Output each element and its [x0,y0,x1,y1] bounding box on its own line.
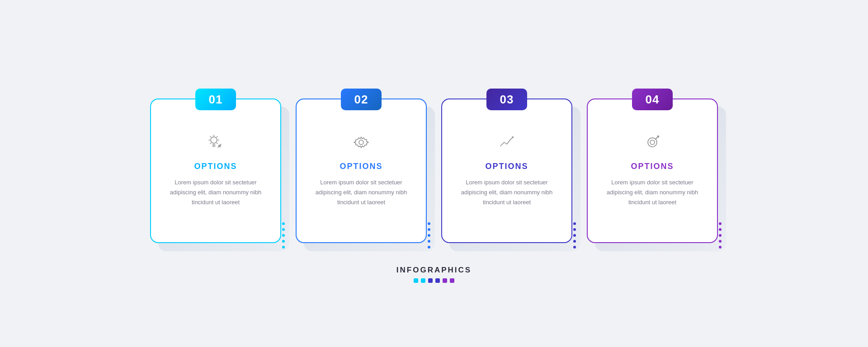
svg-line-5 [210,136,211,137]
card-4-dots [719,222,722,249]
lightbulb-icon [204,131,227,154]
card-1-number: 01 [209,93,223,107]
svg-line-8 [210,143,211,144]
svg-point-0 [211,137,217,143]
card-3-text: Lorem ipsum dolor sit sectetuer adipisci… [455,178,559,207]
footer-dot-3 [428,278,433,283]
svg-point-17 [650,140,655,145]
card-2-wrapper: 02 OPTIONS Lorem ipsum dolor sit sectetu… [296,98,427,243]
card-4-title: OPTIONS [631,162,674,171]
target-icon [641,131,664,154]
card-3: 03 OPTIONS Lorem ipsum dolor sit sectetu… [441,98,572,243]
infographic-container: 01 OPTIONS [150,64,718,243]
footer-dot-5 [443,278,447,283]
svg-point-13 [359,140,363,145]
card-2-text: Lorem ipsum dolor sit sectetuer adipisci… [309,178,413,207]
card-1-badge: 01 [195,89,236,110]
footer-dots [414,278,454,283]
card-3-number: 03 [500,93,514,107]
card-2-badge: 02 [341,89,382,110]
card-3-badge: 03 [486,89,527,110]
card-1-title: OPTIONS [194,162,237,171]
footer-dot-1 [414,278,418,283]
gear-icon [350,131,373,154]
card-1-wrapper: 01 OPTIONS [150,98,281,243]
card-4-badge: 04 [632,89,673,110]
card-1-dots [282,222,285,249]
card-4-wrapper: 04 OPTIONS Lorem ipsum dolor sit sectetu… [587,98,718,243]
card-2-dots [428,222,430,249]
card-1: 01 OPTIONS [150,98,281,243]
svg-line-6 [217,143,218,144]
footer-dot-2 [421,278,425,283]
card-2: 02 OPTIONS Lorem ipsum dolor sit sectetu… [296,98,427,243]
chart-icon [495,131,518,154]
footer-dot-6 [450,278,454,283]
card-4-number: 04 [646,93,660,107]
card-3-dots [573,222,576,249]
svg-line-21 [656,136,659,139]
card-4: 04 OPTIONS Lorem ipsum dolor sit sectetu… [587,98,718,243]
card-4-text: Lorem ipsum dolor sit sectetuer adipisci… [600,178,704,207]
card-1-text: Lorem ipsum dolor sit sectetuer adipisci… [164,178,268,207]
footer: INFOGRAPHICS [396,266,472,283]
svg-point-16 [648,138,657,147]
footer-title: INFOGRAPHICS [396,266,472,275]
card-3-title: OPTIONS [485,162,528,171]
card-2-number: 02 [354,93,368,107]
footer-dot-4 [435,278,440,283]
card-3-wrapper: 03 OPTIONS Lorem ipsum dolor sit sectetu… [441,98,572,243]
svg-line-7 [217,136,218,137]
card-2-title: OPTIONS [340,162,382,171]
